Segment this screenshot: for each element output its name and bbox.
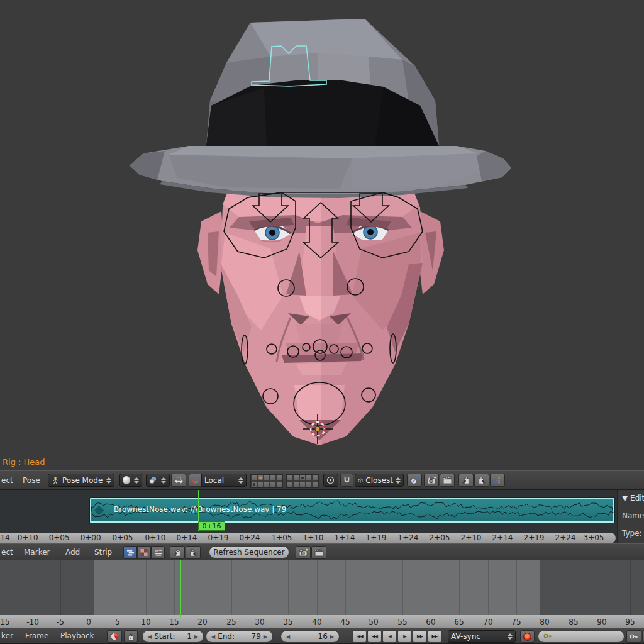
layer-cell[interactable] — [312, 475, 318, 481]
pivot-dropdown[interactable] — [146, 474, 170, 487]
playback-button-5[interactable]: ▶▶| — [428, 630, 442, 643]
layer-cell[interactable] — [293, 481, 299, 487]
panel-title[interactable]: ▼ Edit — [622, 494, 644, 502]
decrement-arrow-icon[interactable]: ◀ — [211, 634, 215, 640]
timeline-area[interactable] — [0, 560, 644, 615]
audio-strip[interactable]: BrownestNose.wav: //\BrownestNose.wav | … — [90, 498, 614, 523]
layer-dot-icon — [301, 477, 304, 479]
view-type-sequencer-button[interactable] — [123, 546, 137, 559]
seq-opengl-image-button[interactable] — [296, 546, 311, 559]
layer-cell[interactable] — [251, 475, 257, 481]
ruler-tick-label: 15 — [169, 618, 179, 626]
ruler-tick-label: 2+19 — [524, 533, 545, 542]
mode-label: Pose Mode — [62, 476, 103, 485]
layer-cell[interactable] — [270, 475, 276, 481]
view-type-preview-button[interactable] — [137, 546, 151, 559]
layer-cell[interactable] — [270, 481, 276, 487]
layer-cell[interactable] — [276, 481, 282, 487]
timeline-playhead[interactable] — [180, 560, 181, 615]
refresh-sequencer-button[interactable]: Refresh Sequencer — [209, 546, 289, 558]
layer-cell[interactable] — [306, 481, 312, 487]
menu-add[interactable]: Add — [65, 544, 80, 560]
paste-pose-button[interactable] — [474, 474, 489, 487]
layer-cell[interactable] — [264, 475, 270, 481]
mode-dropdown[interactable]: Pose Mode — [48, 474, 114, 487]
key-icon — [543, 633, 552, 640]
paste-flipped-pose-button[interactable] — [490, 474, 505, 487]
layer-cell[interactable] — [251, 481, 257, 487]
increment-arrow-icon[interactable]: ▶ — [330, 634, 334, 640]
layer-cell[interactable] — [293, 475, 299, 481]
current-frame-field[interactable]: ◀ 16 ▶ — [280, 630, 340, 643]
copy-strip-button[interactable] — [170, 546, 185, 559]
decrement-arrow-icon[interactable]: ◀ — [148, 634, 152, 640]
ruler-tick-label: 35 — [283, 618, 292, 626]
menu-select-seq[interactable]: ect — [1, 544, 13, 560]
playback-button-3[interactable]: ▶ — [397, 630, 412, 643]
layer-cell[interactable] — [257, 481, 264, 487]
increment-arrow-icon[interactable]: ▶ — [194, 634, 198, 640]
layers-block-2[interactable] — [286, 474, 319, 488]
layer-cell[interactable] — [306, 475, 312, 481]
keying-set-field[interactable] — [538, 630, 625, 643]
layer-cell[interactable] — [312, 481, 318, 487]
layer-cell[interactable] — [276, 475, 282, 481]
manipulator-toggle-button[interactable] — [171, 474, 186, 487]
preview-range-button[interactable] — [107, 630, 122, 643]
layer-dot-icon — [259, 477, 262, 479]
layer-cell[interactable] — [257, 475, 264, 481]
snap-toggle-button[interactable] — [340, 474, 353, 487]
sequencer-area[interactable]: BrownestNose.wav: //\BrownestNose.wav | … — [0, 490, 644, 543]
layer-cell[interactable] — [264, 481, 270, 487]
proportional-edit-dropdown[interactable] — [323, 474, 338, 487]
menu-marker-seq[interactable]: Marker — [24, 544, 50, 560]
menu-strip[interactable]: Strip — [94, 544, 112, 560]
menu-marker-time[interactable]: ker — [1, 628, 13, 643]
seq-opengl-anim-button[interactable] — [311, 546, 326, 559]
start-frame-field[interactable]: ◀ Start: 1 ▶ — [142, 630, 204, 643]
avsync-dropdown[interactable]: AV-sync — [448, 630, 516, 643]
opengl-render-sphere-button[interactable] — [407, 474, 422, 487]
lock-icon — [127, 633, 135, 641]
avsync-label: AV-sync — [451, 632, 480, 641]
lock-time-button[interactable] — [124, 630, 138, 643]
panel-name-label: Name — [622, 511, 644, 520]
end-frame-field[interactable]: ◀ End: 79 ▶ — [206, 630, 273, 643]
ruler-tick-label: 2+05 — [430, 533, 450, 542]
playback-button-2[interactable]: ◀ — [382, 630, 397, 643]
playback-button-4[interactable]: ▶▶ — [413, 630, 427, 643]
layer-cell[interactable] — [299, 475, 306, 481]
ruler-tick-label: 75 — [511, 618, 521, 626]
ruler-tick-label: -0+05 — [46, 533, 69, 542]
increment-arrow-icon[interactable]: ▶ — [264, 634, 267, 640]
layer-cell[interactable] — [299, 481, 306, 487]
insert-keyframe-button[interactable] — [626, 630, 641, 643]
layers-block-1[interactable] — [250, 474, 283, 488]
ruler-tick-label: 45 — [340, 618, 350, 626]
copy-pose-icon — [462, 476, 470, 485]
opengl-render-anim-button[interactable] — [440, 474, 455, 487]
ruler-tick-label: 55 — [397, 618, 407, 626]
opengl-render-image-button[interactable] — [424, 474, 439, 487]
orientation-dropdown[interactable]: Local — [201, 474, 247, 487]
timeline-ruler[interactable]: 15-10-5051015202530354045505560657075808… — [0, 615, 644, 628]
manipulator-icon — [174, 475, 184, 485]
copy-pose-button[interactable] — [458, 474, 474, 487]
shading-dropdown[interactable] — [119, 474, 142, 487]
playback-button-0[interactable]: |◀◀ — [352, 630, 367, 643]
menu-frame[interactable]: Frame — [25, 628, 48, 643]
menu-pose[interactable]: Pose — [23, 471, 40, 489]
record-button[interactable] — [520, 630, 535, 643]
layer-cell[interactable] — [287, 481, 293, 487]
layer-cell[interactable] — [287, 475, 293, 481]
record-icon — [523, 633, 531, 641]
menu-playback[interactable]: Playback — [60, 628, 94, 643]
sequencer-ruler[interactable]: 14-0+10-0+05-0+000+050+100+140+190+241+0… — [0, 533, 616, 543]
3d-viewport[interactable]: Rig : Head — [0, 0, 644, 470]
ruler-tick-label: 1+14 — [335, 533, 355, 542]
paste-strip-button[interactable] — [186, 546, 201, 559]
snap-element-dropdown[interactable]: Closest — [355, 474, 404, 487]
menu-select-3d[interactable]: ect — [1, 471, 13, 489]
playback-button-1[interactable]: ◀◀ — [367, 630, 382, 643]
view-type-both-button[interactable] — [151, 546, 165, 559]
